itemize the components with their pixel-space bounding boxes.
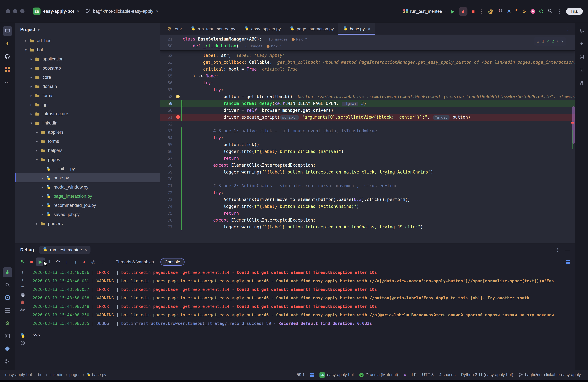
- code-line-61[interactable]: 61 driver.execute_script(script: "argume…: [160, 114, 575, 121]
- grid-icon[interactable]: [310, 373, 314, 377]
- layout-settings-icon[interactable]: [566, 260, 570, 264]
- find-tool-icon[interactable]: [2, 280, 12, 290]
- code-line-66[interactable]: 66 logger.info(f"{label} button clicked …: [160, 148, 575, 155]
- code-line-64[interactable]: 64 try:: [160, 134, 575, 141]
- code-line-58[interactable]: 58 button = get_btn_callback() button: <…: [160, 93, 575, 100]
- project-tool-icon[interactable]: [2, 26, 12, 36]
- chevron-collapsed-icon[interactable]: ▸: [34, 149, 40, 152]
- debug-session-tab[interactable]: run_test_mentee ×: [39, 246, 90, 254]
- tab-.env[interactable]: ⚙.env: [163, 23, 186, 35]
- flower-plugin-icon[interactable]: [530, 9, 535, 14]
- terminal-tool-icon[interactable]: [2, 331, 12, 341]
- tab-easy_applier.py[interactable]: easy_applier.py: [240, 23, 285, 35]
- line-number[interactable]: 71: [160, 182, 175, 189]
- soft-wrap-icon[interactable]: ≡: [19, 284, 26, 291]
- debug-button[interactable]: [459, 7, 467, 16]
- tab-page_interaction.py[interactable]: page_interaction.py: [285, 23, 338, 35]
- step-out-button[interactable]: ↑: [71, 257, 80, 266]
- line-number[interactable]: 63: [160, 127, 175, 134]
- chevron-collapsed-icon[interactable]: ▸: [40, 203, 45, 207]
- chevron-collapsed-icon[interactable]: ▸: [34, 130, 40, 134]
- debug-options-kebab-icon[interactable]: ⋮: [555, 247, 560, 252]
- mentions-plugin-icon[interactable]: @: [488, 8, 493, 14]
- line-number[interactable]: 64: [160, 134, 175, 141]
- wrench-plugin-icon[interactable]: ⚙: [522, 8, 526, 14]
- tab-base.py[interactable]: base.py×: [338, 23, 375, 35]
- line-number[interactable]: 66: [160, 148, 175, 155]
- code-editor[interactable]: 21class BaseSeleniumManager(ABC): 10 usa…: [160, 35, 575, 243]
- settings-gear-icon[interactable]: ⚙: [2, 318, 12, 328]
- hide-panel-icon[interactable]: —: [565, 247, 570, 252]
- line-number[interactable]: 62: [160, 121, 175, 127]
- services-tool-icon[interactable]: [2, 306, 12, 315]
- tree-item-infrastructure[interactable]: ▸infrastructure: [15, 109, 160, 118]
- trial-badge[interactable]: Trial: [566, 8, 583, 15]
- line-number[interactable]: 50: [160, 42, 175, 49]
- line-number[interactable]: 56: [160, 79, 175, 86]
- translate-plugin-icon[interactable]: A: [507, 8, 511, 14]
- debug-console[interactable]: ↑ ↓ ≡ ⋙ 2026-03-13 15:43:48.026 | ERROR …: [15, 268, 575, 370]
- tree-item-linkedin[interactable]: ▾linkedin: [15, 118, 160, 127]
- tree-item-appliers[interactable]: ▸appliers: [15, 127, 160, 137]
- code-line-71[interactable]: 71 # Stage 2: ActionChains — simulates r…: [160, 182, 575, 189]
- tree-item-bootstrap[interactable]: ▸bootstrap: [15, 64, 160, 73]
- chevron-collapsed-icon[interactable]: ▸: [29, 85, 34, 88]
- prev-issue-icon[interactable]: ∧: [557, 38, 559, 45]
- breadcrumb-item-base.py[interactable]: base.py: [86, 372, 106, 377]
- code-line-56[interactable]: 56 try:: [160, 79, 575, 86]
- tab-threads-variables[interactable]: Threads & Variables: [112, 258, 158, 266]
- breadcrumb-item-pages[interactable]: pages: [69, 373, 81, 377]
- interpreter-widget[interactable]: Python 3.11 (easy-apply-bot): [461, 373, 513, 377]
- tree-item-domain[interactable]: ▸domain: [15, 82, 160, 91]
- stop-button[interactable]: ■: [27, 257, 36, 266]
- scroll-down-icon[interactable]: ↓: [19, 276, 26, 283]
- tree-item-__init__.py[interactable]: __init__.py: [15, 164, 160, 173]
- code-line-54[interactable]: 54 critical: bool = True critical: True: [160, 66, 575, 73]
- code-with-me-icon[interactable]: [497, 8, 503, 14]
- code-line-21[interactable]: 21class BaseSeleniumManager(ABC): 10 usa…: [160, 36, 575, 42]
- plugin-tool-icon[interactable]: [2, 293, 12, 303]
- line-number[interactable]: 76: [160, 217, 175, 224]
- console-prompt[interactable]: >>>: [33, 331, 574, 340]
- chevron-collapsed-icon[interactable]: ▸: [40, 194, 45, 198]
- code-line-67[interactable]: 67 return: [160, 155, 575, 162]
- theme-widget[interactable]: M Dracula (Material): [359, 373, 398, 377]
- tree-item-saved_job.py[interactable]: ▸saved_job.py: [15, 210, 160, 219]
- code-line-70[interactable]: 70: [160, 175, 575, 182]
- line-number[interactable]: 74: [160, 203, 175, 210]
- line-number[interactable]: 60: [160, 107, 175, 114]
- line-number[interactable]: 59: [160, 100, 175, 107]
- run-more-icon[interactable]: ⋮: [479, 9, 484, 14]
- mute-breakpoints-button[interactable]: ◎: [89, 257, 98, 266]
- github-tool-icon[interactable]: [2, 52, 12, 62]
- chevron-collapsed-icon[interactable]: ▸: [40, 185, 45, 189]
- code-line-65[interactable]: 65 button.click(): [160, 141, 575, 148]
- tree-item-recommended_job.py[interactable]: ▸recommended_job.py: [15, 201, 160, 210]
- line-number[interactable]: 70: [160, 175, 175, 182]
- line-number[interactable]: 58: [160, 93, 175, 100]
- zoom-window-button[interactable]: [20, 9, 24, 13]
- tree-item-page_interaction.py[interactable]: ▸page_interaction.py: [15, 191, 160, 201]
- tree-item-pages[interactable]: ▾pages: [15, 155, 160, 164]
- tree-item-application[interactable]: ▸application: [15, 54, 160, 64]
- tree-item-base.py[interactable]: ▸base.py: [15, 173, 160, 182]
- line-number[interactable]: 65: [160, 141, 175, 148]
- more-tools-icon[interactable]: ⋯: [2, 77, 12, 87]
- tabs-menu-icon[interactable]: ⋮: [566, 26, 570, 32]
- line-number[interactable]: 55: [160, 73, 175, 79]
- code-line-75[interactable]: 75 return: [160, 210, 575, 217]
- code-line-55[interactable]: 55 ) -> None:: [160, 73, 575, 79]
- debug-tool-icon[interactable]: [2, 267, 12, 277]
- status-ring-icon[interactable]: [539, 9, 543, 13]
- branch-widget[interactable]: bagfix/not-clickable-easy-apply ∨: [86, 8, 158, 14]
- chevron-collapsed-icon[interactable]: ▸: [29, 57, 34, 61]
- chevron-collapsed-icon[interactable]: ▸: [23, 39, 28, 42]
- theme-color-dot-icon[interactable]: ●: [404, 373, 406, 377]
- code-line-74[interactable]: 74 logger.info(f"{label} button clicked …: [160, 203, 575, 210]
- tree-item-modal_window.py[interactable]: ▸modal_window.py: [15, 182, 160, 191]
- print-icon[interactable]: [19, 292, 26, 298]
- line-number[interactable]: 54: [160, 66, 175, 73]
- view-breakpoints-button[interactable]: ●: [80, 257, 89, 266]
- line-number[interactable]: 57: [160, 86, 175, 93]
- chevron-expanded-icon[interactable]: ▾: [29, 121, 34, 125]
